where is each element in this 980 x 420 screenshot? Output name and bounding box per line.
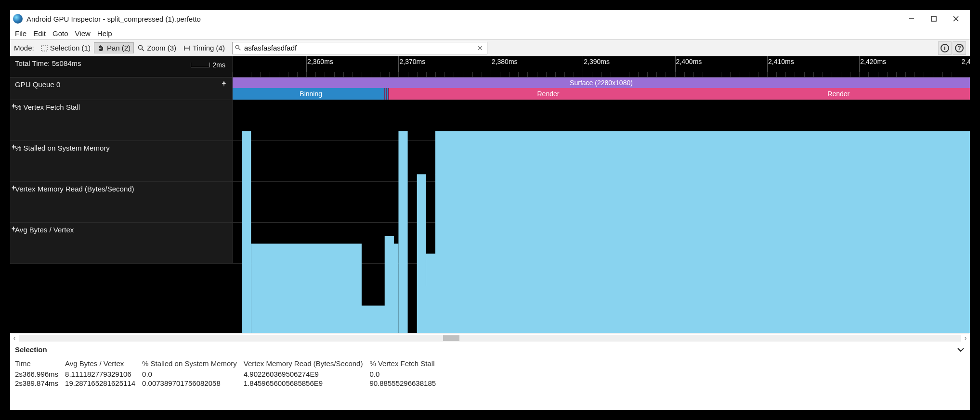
selection-col-header[interactable]: Vertex Memory Read (Bytes/Second) [244, 358, 370, 369]
selection-cell: 0.0 [369, 369, 443, 379]
horizontal-scrollbar[interactable]: ‹ › [10, 333, 970, 343]
mode-timing-label: Timing (4) [193, 44, 225, 52]
search-input[interactable] [244, 44, 475, 52]
track-header-gpu-queue[interactable]: GPU Queue 0 [10, 77, 233, 100]
selection-col-header[interactable]: Time [15, 358, 65, 369]
tracks-area[interactable]: Total Time: 5s084ms 2ms 2,360ms2,370ms2,… [10, 56, 970, 333]
time-ruler[interactable]: 2,360ms2,370ms2,380ms2,390ms2,400ms2,410… [233, 56, 970, 77]
track-label: % Vertex Fetch Stall [15, 103, 80, 111]
track-label: % Stalled on System Memory [15, 144, 110, 152]
pin-icon[interactable] [10, 103, 17, 110]
pin-icon[interactable] [10, 144, 17, 151]
toolbar: Mode: Selection (1) Pan (2) Zoom (3) Tim… [10, 40, 970, 56]
selection-cell: 2s389.874ms [15, 379, 65, 388]
phase-binning[interactable]: Binning [233, 88, 389, 100]
selection-cell: 1.8459656005685856E9 [244, 379, 370, 388]
selection-table: TimeAvg Bytes / Vertex% Stalled on Syste… [15, 358, 443, 388]
track-lane-vmr[interactable] [233, 182, 970, 222]
menu-file[interactable]: File [12, 29, 29, 38]
track-abv: Avg Bytes / Vertex [10, 223, 970, 264]
scale-indicator: 2ms [191, 61, 225, 69]
scroll-right-icon[interactable]: › [961, 335, 970, 342]
pin-icon[interactable] [221, 80, 227, 87]
selection-cell: 0.007389701756082058 [142, 379, 244, 388]
scale-label: 2ms [213, 61, 225, 69]
pin-icon[interactable] [10, 185, 17, 191]
selection-cell: 2s366.996ms [15, 369, 65, 379]
menu-goto[interactable]: Goto [50, 29, 71, 38]
svg-point-5 [139, 45, 143, 49]
selection-cell: 0.0 [142, 369, 244, 379]
selection-heading: Selection [15, 345, 965, 354]
mode-selection[interactable]: Selection (1) [37, 42, 94, 53]
pin-icon[interactable] [10, 226, 17, 232]
app-icon [13, 14, 23, 24]
search-clear-icon[interactable]: ✕ [475, 44, 485, 52]
minimize-button[interactable] [901, 12, 923, 26]
help-button[interactable]: ? [953, 41, 966, 55]
selection-col-header[interactable]: Avg Bytes / Vertex [65, 358, 142, 369]
scale-bracket-icon [191, 63, 210, 67]
mode-zoom[interactable]: Zoom (3) [134, 42, 180, 53]
info-icon: i [941, 44, 949, 52]
ruler-tick-label: 2,410ms [768, 58, 794, 65]
surface-bar[interactable]: Surface (2280x1080) [233, 77, 970, 88]
table-row[interactable]: 2s366.996ms8.1111827793291060.04.9022603… [15, 369, 443, 379]
track-header-abv[interactable]: Avg Bytes / Vertex [10, 223, 233, 263]
close-button[interactable] [945, 12, 967, 26]
menubar: File Edit Goto View Help [10, 27, 970, 40]
track-ssm: % Stalled on System Memory [10, 141, 970, 182]
ruler-tick-label: 2,400ms [676, 58, 702, 65]
mode-zoom-label: Zoom (3) [147, 44, 176, 52]
mode-timing[interactable]: Timing (4) [180, 42, 228, 53]
mode-selection-label: Selection (1) [50, 44, 91, 52]
menu-edit[interactable]: Edit [30, 29, 49, 38]
selection-col-header[interactable]: % Vertex Fetch Stall [369, 358, 443, 369]
scrollbar-track[interactable] [19, 335, 961, 342]
search-box[interactable]: ✕ [232, 42, 487, 54]
search-icon [235, 44, 242, 52]
ruler-tick-label: 2,4 [962, 58, 970, 65]
window-title: Android GPU Inspector - split_compressed… [26, 15, 201, 23]
selection-col-header[interactable]: % Stalled on System Memory [142, 358, 244, 369]
scrollbar-thumb[interactable] [443, 335, 459, 341]
svg-rect-1 [931, 16, 936, 21]
track-label-gpu-queue: GPU Queue 0 [15, 80, 60, 89]
track-lane-abv[interactable] [233, 223, 970, 263]
svg-point-10 [235, 45, 239, 49]
help-icon: ? [955, 44, 964, 52]
track-vmr: Vertex Memory Read (Bytes/Second) [10, 182, 970, 223]
selection-cell: 90.88555296638185 [369, 379, 443, 388]
mode-pan[interactable]: Pan (2) [94, 42, 134, 53]
track-lane-vfs[interactable] [233, 100, 970, 140]
phase-render[interactable]: Render [389, 88, 707, 100]
time-ruler-row: Total Time: 5s084ms 2ms 2,360ms2,370ms2,… [10, 56, 970, 77]
ruler-tick-label: 2,370ms [399, 58, 425, 65]
scroll-left-icon[interactable]: ‹ [10, 335, 19, 342]
ruler-tick-label: 2,390ms [584, 58, 610, 65]
menu-view[interactable]: View [72, 29, 93, 38]
gpu-queue-lane[interactable]: Surface (2280x1080) BinningRenderRender [233, 77, 970, 100]
ruler-tick-label: 2,420ms [860, 58, 886, 65]
panel-collapse-icon[interactable] [956, 345, 965, 354]
track-lane-ssm[interactable] [233, 141, 970, 181]
phase-render[interactable]: Render [707, 88, 970, 100]
titlebar[interactable]: Android GPU Inspector - split_compressed… [10, 10, 970, 27]
total-time-cell: Total Time: 5s084ms 2ms [10, 56, 233, 77]
track-gpu-queue: GPU Queue 0 Surface (2280x1080) BinningR… [10, 77, 970, 100]
selection-cell: 4.902260369506274E9 [244, 369, 370, 379]
track-header-vfs[interactable]: % Vertex Fetch Stall [10, 100, 233, 140]
ruler-tick-label: 2,380ms [492, 58, 518, 65]
selection-icon [40, 44, 48, 52]
maximize-button[interactable] [923, 12, 945, 26]
menu-help[interactable]: Help [94, 29, 115, 38]
mode-label: Mode: [14, 44, 34, 52]
track-header-ssm[interactable]: % Stalled on System Memory [10, 141, 233, 181]
timing-icon [183, 44, 191, 52]
track-vfs: % Vertex Fetch Stall [10, 100, 970, 141]
table-row[interactable]: 2s389.874ms19.2871652816251140.007389701… [15, 379, 443, 388]
app-window: Android GPU Inspector - split_compressed… [10, 10, 970, 410]
info-button[interactable]: i [938, 41, 952, 55]
zoom-icon [137, 44, 145, 52]
track-header-vmr[interactable]: Vertex Memory Read (Bytes/Second) [10, 182, 233, 222]
